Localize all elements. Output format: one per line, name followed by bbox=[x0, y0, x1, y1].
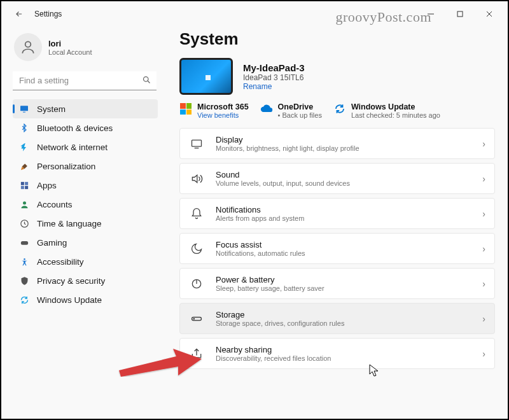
search-input[interactable] bbox=[13, 71, 157, 90]
user-name: lori bbox=[48, 39, 92, 48]
service-row: Microsoft 365 View benefits OneDrive • B… bbox=[179, 102, 495, 119]
svg-point-16 bbox=[24, 258, 25, 260]
nav-label: Windows Update bbox=[37, 295, 102, 305]
card-title: Storage bbox=[216, 310, 471, 319]
display-icon bbox=[189, 136, 204, 151]
card-title: Nearby sharing bbox=[216, 345, 471, 354]
nav-item-system[interactable]: System bbox=[13, 99, 158, 118]
maximize-button[interactable] bbox=[445, 4, 475, 24]
nav-list: System Bluetooth & devices Network & int… bbox=[13, 99, 158, 309]
close-button[interactable] bbox=[475, 4, 504, 24]
card-notifications[interactable]: Notifications Alerts from apps and syste… bbox=[179, 198, 495, 229]
nav-label: Gaming bbox=[37, 238, 67, 248]
nav-item-network[interactable]: Network & internet bbox=[13, 137, 158, 157]
nav-label: Network & internet bbox=[37, 143, 108, 152]
svg-rect-8 bbox=[23, 112, 25, 113]
card-storage[interactable]: Storage Storage space, drives, configura… bbox=[179, 303, 495, 334]
gaming-icon bbox=[19, 237, 29, 248]
device-thumbnail bbox=[179, 58, 233, 95]
chevron-right-icon: › bbox=[482, 174, 485, 184]
chevron-right-icon: › bbox=[482, 244, 485, 254]
service-m365[interactable]: Microsoft 365 View benefits bbox=[179, 102, 249, 119]
accounts-icon bbox=[19, 199, 29, 209]
service-onedrive[interactable]: OneDrive • Back up files bbox=[260, 102, 322, 119]
card-title: Focus assist bbox=[216, 240, 471, 249]
nav-label: Accessibility bbox=[37, 257, 84, 267]
svg-rect-11 bbox=[20, 186, 24, 189]
annotation-arrow bbox=[116, 326, 205, 379]
back-button[interactable] bbox=[10, 5, 28, 23]
nav-item-privacy[interactable]: Privacy & security bbox=[13, 271, 158, 290]
device-name: My-IdeaPad-3 bbox=[243, 62, 305, 73]
svg-rect-17 bbox=[192, 140, 202, 146]
microsoft-logo-icon bbox=[179, 102, 192, 115]
card-nearby-sharing[interactable]: Nearby sharing Discoverability, received… bbox=[179, 338, 495, 369]
card-title: Power & battery bbox=[216, 275, 471, 284]
main-panel: System My-IdeaPad-3 IdeaPad 3 15ITL6 Ren… bbox=[164, 27, 508, 419]
nav-label: Privacy & security bbox=[37, 276, 105, 286]
card-sub: Alerts from apps and system bbox=[216, 214, 471, 222]
chevron-right-icon: › bbox=[482, 314, 485, 324]
card-focus-assist[interactable]: Focus assist Notifications, automatic ru… bbox=[179, 233, 495, 264]
personalization-icon bbox=[19, 161, 29, 171]
nav-item-accessibility[interactable]: Accessibility bbox=[13, 252, 158, 271]
card-title: Sound bbox=[216, 170, 471, 179]
apps-icon bbox=[19, 180, 29, 190]
card-sub: Volume levels, output, input, sound devi… bbox=[216, 179, 471, 187]
svg-rect-7 bbox=[20, 106, 28, 111]
svg-point-5 bbox=[144, 77, 149, 82]
service-sub[interactable]: View benefits bbox=[197, 111, 249, 119]
card-display[interactable]: Display Monitors, brightness, night ligh… bbox=[179, 128, 495, 159]
service-title: Windows Update bbox=[351, 102, 440, 111]
chevron-right-icon: › bbox=[482, 209, 485, 219]
svg-rect-9 bbox=[20, 181, 24, 185]
service-sub: Last checked: 5 minutes ago bbox=[351, 111, 440, 119]
nav-item-apps[interactable]: Apps bbox=[13, 176, 158, 195]
service-windows-update[interactable]: Windows Update Last checked: 5 minutes a… bbox=[333, 102, 440, 119]
privacy-icon bbox=[19, 276, 29, 286]
nav-item-bluetooth[interactable]: Bluetooth & devices bbox=[13, 118, 158, 137]
card-sub: Sleep, battery usage, battery saver bbox=[216, 284, 471, 292]
nav-item-personalization[interactable]: Personalization bbox=[13, 157, 158, 176]
nav-label: Apps bbox=[37, 181, 57, 190]
avatar bbox=[14, 33, 42, 61]
svg-rect-12 bbox=[25, 186, 28, 189]
card-power-battery[interactable]: Power & battery Sleep, battery usage, ba… bbox=[179, 268, 495, 299]
system-icon bbox=[19, 104, 29, 114]
card-sound[interactable]: Sound Volume levels, output, input, soun… bbox=[179, 163, 495, 194]
card-sub: Notifications, automatic rules bbox=[216, 249, 471, 257]
page-title: System bbox=[179, 29, 495, 49]
svg-point-13 bbox=[23, 201, 26, 204]
svg-line-6 bbox=[148, 81, 150, 83]
power-icon bbox=[189, 276, 204, 291]
card-sub: Storage space, drives, configuration rul… bbox=[216, 319, 471, 327]
rename-link[interactable]: Rename bbox=[243, 82, 305, 91]
nav-item-gaming[interactable]: Gaming bbox=[13, 233, 158, 252]
card-sub: Discoverability, received files location bbox=[216, 354, 471, 362]
card-title: Display bbox=[216, 135, 471, 144]
nav-item-time-language[interactable]: Time & language bbox=[13, 214, 158, 233]
storage-icon bbox=[189, 311, 204, 326]
service-title: Microsoft 365 bbox=[197, 102, 249, 111]
nav-label: Bluetooth & devices bbox=[37, 123, 113, 133]
device-model: IdeaPad 3 15ITL6 bbox=[243, 73, 305, 82]
settings-card-list: Display Monitors, brightness, night ligh… bbox=[179, 128, 495, 369]
cursor-icon bbox=[369, 364, 379, 379]
nav-label: Accounts bbox=[37, 200, 73, 209]
nav-label: Time & language bbox=[37, 219, 102, 228]
svg-rect-1 bbox=[457, 11, 463, 17]
time-language-icon bbox=[19, 218, 29, 228]
content: lori Local Account System Bluetooth & de bbox=[1, 27, 508, 419]
window-title: Settings bbox=[34, 10, 62, 18]
windows-update-icon bbox=[19, 295, 29, 305]
nav-item-windows-update[interactable]: Windows Update bbox=[13, 290, 158, 309]
svg-point-22 bbox=[193, 318, 194, 319]
chevron-right-icon: › bbox=[482, 139, 485, 149]
user-account-type: Local Account bbox=[48, 48, 92, 56]
user-block[interactable]: lori Local Account bbox=[13, 31, 158, 70]
focus-assist-icon bbox=[189, 241, 204, 256]
device-info: My-IdeaPad-3 IdeaPad 3 15ITL6 Rename bbox=[179, 58, 495, 95]
nav-item-accounts[interactable]: Accounts bbox=[13, 195, 158, 214]
search-box[interactable] bbox=[13, 71, 157, 90]
nav-label: Personalization bbox=[37, 162, 95, 171]
